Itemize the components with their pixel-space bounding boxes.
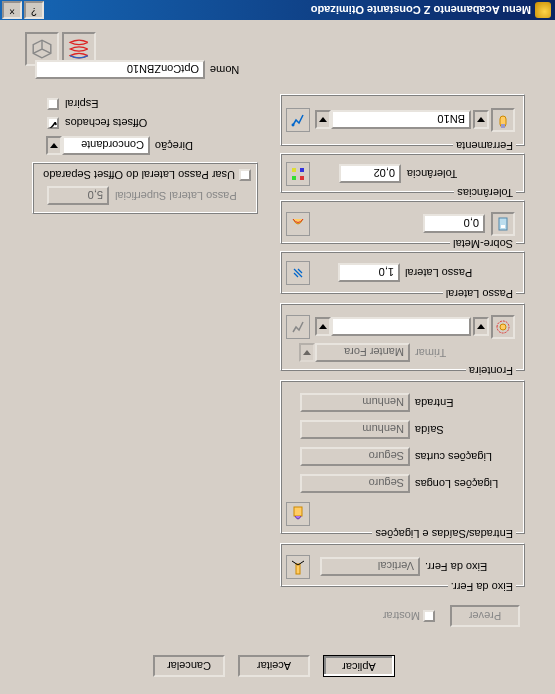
sobremetal-input[interactable]: 0,0 <box>423 214 485 233</box>
passo-box <box>32 162 258 214</box>
eixo-icon[interactable] <box>286 555 310 579</box>
longas-label: Ligações Longas <box>415 478 517 490</box>
name-input[interactable]: OptConZBN10 <box>35 60 205 79</box>
direcao-label: Direção <box>155 140 205 152</box>
trimar-label: Trimar <box>415 347 455 359</box>
help-button[interactable]: ? <box>24 1 44 19</box>
aplicar-button[interactable]: Aplicar <box>323 655 395 677</box>
eixo-label: Eixo da Ferr. <box>425 561 505 573</box>
tolerancia-label: Tolerância <box>407 168 467 180</box>
fronteira-icon[interactable] <box>491 315 515 339</box>
svg-rect-4 <box>292 176 296 180</box>
fronteira-dropdown2-icon[interactable] <box>315 317 331 336</box>
espiral-label: Espiral <box>65 98 125 110</box>
offsets-label: Offsets fechados <box>65 117 161 129</box>
svg-rect-8 <box>501 225 505 228</box>
passolateral-input[interactable]: 1,0 <box>338 263 400 282</box>
svg-rect-5 <box>300 168 304 172</box>
mostrar-checkbox[interactable] <box>423 610 435 622</box>
tolerancias-legend: Tolerâncias <box>454 187 516 199</box>
espiral-checkbox[interactable] <box>47 98 59 110</box>
fronteira-legend: Fronteira <box>466 365 516 377</box>
sobremetal-icon[interactable] <box>491 212 515 236</box>
direcao-dropdown-icon[interactable] <box>46 136 62 155</box>
svg-point-10 <box>500 324 506 330</box>
ferramenta-legend: Ferramenta <box>453 140 516 152</box>
tolerancias-group: Tolerâncias <box>280 153 525 193</box>
svg-rect-3 <box>300 176 304 180</box>
close-button[interactable]: × <box>2 1 22 19</box>
ferramenta-select[interactable]: BN10 <box>331 110 471 129</box>
passolateral-label: Passo Lateral <box>405 267 477 279</box>
ferramenta-icon[interactable] <box>491 108 515 132</box>
sobremetal-pick-icon[interactable] <box>286 212 310 236</box>
title-bar: Menu Acabamento Z Constante Otimizado ? … <box>0 0 555 20</box>
eixo-legend: Eixo da Ferr. <box>448 581 516 593</box>
trimar-select: Manter Fora <box>315 343 410 362</box>
passolateral-group: Passo Lateral <box>280 251 525 294</box>
longas-value: Seguro <box>300 474 410 493</box>
app-icon <box>535 2 551 18</box>
fronteira-pick-icon[interactable] <box>286 315 310 339</box>
passolateral-icon[interactable] <box>286 261 310 285</box>
sobremetal-legend: Sobre-Metal <box>450 238 516 250</box>
aceitar-button[interactable]: Aceitar <box>238 655 310 677</box>
svg-rect-1 <box>501 124 505 128</box>
entrada-label: Entrada <box>415 397 495 409</box>
sobremetal-group: Sobre-Metal <box>280 200 525 244</box>
entrada-value: Nenhum <box>300 393 410 412</box>
svg-rect-7 <box>499 218 507 230</box>
curtas-value: Seguro <box>300 447 410 466</box>
tolerancia-input[interactable]: 0,02 <box>339 164 401 183</box>
svg-point-2 <box>292 124 295 127</box>
curtas-label: Ligações curtas <box>415 451 515 463</box>
tolerancia-icon[interactable] <box>286 162 310 186</box>
saida-value: Nenhum <box>300 420 410 439</box>
offsets-checkbox[interactable] <box>47 117 59 129</box>
ferramenta-pick-icon[interactable] <box>286 108 310 132</box>
fronteira-dropdown1-icon[interactable] <box>473 317 489 336</box>
mostrar-label: Mostrar <box>370 610 420 622</box>
trimar-dropdown-icon <box>299 343 315 362</box>
direcao-select[interactable]: Concordante <box>62 136 150 155</box>
saida-label: Saída <box>415 424 495 436</box>
prever-button: Prever <box>450 605 520 627</box>
svg-rect-11 <box>294 507 302 516</box>
esl-icon[interactable] <box>286 502 310 526</box>
svg-rect-6 <box>292 168 296 172</box>
ferramenta-dropdown2-icon[interactable] <box>315 110 331 129</box>
name-label: Nome <box>210 64 250 76</box>
cancelar-button[interactable]: Cancelar <box>153 655 225 677</box>
eixo-value: Vertical <box>320 557 420 576</box>
esl-legend: Entradas/Saídas e Ligações <box>372 528 516 540</box>
passolateral-legend: Passo Lateral <box>443 288 516 300</box>
ferramenta-dropdown1-icon[interactable] <box>473 110 489 129</box>
window-title: Menu Acabamento Z Constante Otimizado <box>44 4 531 16</box>
fronteira-select[interactable] <box>331 317 471 336</box>
